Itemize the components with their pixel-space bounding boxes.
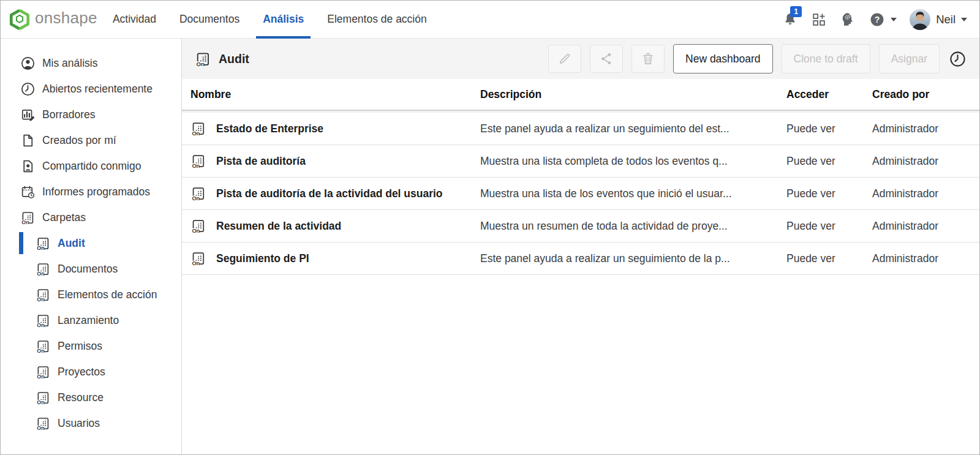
sidebar-folder-usuarios[interactable]: Usuarios [1,410,181,436]
dashboard-icon [190,121,216,137]
main-tabs: Actividad Documentos Análisis Elementos … [101,1,439,39]
dashboard-icon [36,313,51,328]
dashboard-name: Estado de Enterprise [216,122,480,135]
share-button[interactable] [590,45,623,73]
dashboard-icon [190,186,216,201]
tab-elementos-de-accion[interactable]: Elementos de acción [320,1,433,39]
notifications-button[interactable]: 1 [782,12,798,28]
delete-button[interactable] [631,45,665,73]
dashboard-icon [36,390,51,405]
dashboard-created-by: Administrador [872,187,979,200]
sidebar-folder-label: Elementos de acción [58,288,157,301]
dashboard-access: Puede ver [786,220,872,233]
sidebar-folder-label: Usuarios [58,417,100,430]
dashboard-name: Pista de auditoría de la actividad del u… [216,187,480,200]
notification-badge: 1 [790,6,802,18]
sidebar-folder-label: Proyectos [58,366,105,378]
clock-icon [20,81,36,97]
apps-add-icon [811,12,827,28]
dashboard-created-by: Administrador [872,220,979,233]
sidebar-folder-resource[interactable]: Resource [1,385,181,410]
dashboard-created-by: Administrador [872,122,979,135]
analytics-sidebar: Mis análisis Abiertos recientemente Borr… [1,39,182,454]
calendar-clock-icon [20,184,36,200]
user-name: Neil [936,13,956,26]
chevron-down-icon [961,18,967,21]
user-circle-icon [20,56,36,71]
sidebar-folder-label: Documentos [58,263,118,276]
sidebar-item-mis-analisis[interactable]: Mis análisis [1,50,181,76]
edit-button[interactable] [548,45,581,73]
user-menu-button[interactable]: Neil [910,9,967,30]
dashboard-description: Este panel ayuda a realizar un seguimien… [480,252,786,265]
dashboard-created-by: Administrador [872,252,979,265]
dashboard-icon [20,210,36,225]
dashboard-icon [36,364,51,380]
onshape-logo[interactable]: onshape [9,9,97,31]
dashboard-access: Puede ver [786,122,872,135]
avatar [910,9,930,30]
sidebar-folder-proyectos[interactable]: Proyectos [1,359,181,385]
sidebar-item-label: Creados por mí [42,134,116,147]
column-header-acceder[interactable]: Acceder [786,88,872,101]
sidebar-item-label: Carpetas [42,211,86,224]
sidebar-item-label: Mis análisis [42,57,97,70]
table-row[interactable]: Pista de auditoría de la actividad del u… [182,178,979,210]
tab-documentos[interactable]: Documentos [173,1,246,39]
dashboard-icon [195,51,211,67]
dashboard-table: Estado de Enterprise Este panel ayuda a … [182,111,979,275]
dashboard-name: Resumen de la actividad [216,220,480,233]
share-icon [599,51,614,66]
sidebar-folder-documentos[interactable]: Documentos [1,256,181,282]
sidebar-item-abiertos-recientemente[interactable]: Abiertos recientemente [1,76,181,102]
learning-center-button[interactable] [840,11,856,28]
clone-to-draft-button[interactable]: Clone to draft [782,44,870,73]
dashboard-description: Muestra una lista completa de todos los … [480,155,786,168]
sidebar-item-creados-por-mi[interactable]: Creados por mí [1,127,181,153]
sidebar-item-label: Informes programados [42,186,150,198]
chart-pencil-icon [20,107,36,122]
column-header-nombre[interactable]: Nombre [190,88,480,101]
column-header-creado-por[interactable]: Creado por [872,88,979,101]
dashboard-icon [190,153,216,169]
sidebar-item-borradores[interactable]: Borradores [1,102,181,127]
dashboard-access: Puede ver [786,187,872,200]
apps-add-button[interactable] [811,12,827,28]
folder-title: Audit [195,51,249,67]
column-header-descripcion[interactable]: Descripción [480,88,786,101]
top-navigation-bar: onshape Actividad Documentos Análisis El… [1,1,979,39]
table-row[interactable]: Seguimiento de PI Este panel ayuda a rea… [182,243,979,275]
sidebar-item-compartido-conmigo[interactable]: Compartido conmigo [1,153,181,179]
sidebar-folder-audit[interactable]: Audit [1,230,181,256]
table-row[interactable]: Estado de Enterprise Este panel ayuda a … [182,113,979,145]
table-row[interactable]: Resumen de la actividad Muestra un resum… [182,210,979,243]
tab-actividad[interactable]: Actividad [106,1,163,39]
history-button[interactable] [949,50,967,68]
learning-center-icon [840,11,856,28]
dashboard-access: Puede ver [786,155,872,168]
sidebar-item-label: Borradores [42,108,96,121]
dashboard-created-by: Administrador [872,155,979,168]
dashboard-name: Pista de auditoría [216,155,480,168]
help-menu-button[interactable] [869,12,897,28]
sidebar-item-informes-programados[interactable]: Informes programados [1,179,181,205]
sidebar-item-carpetas[interactable]: Carpetas [1,205,181,230]
folder-toolbar: Audit New dashboard Clone to draft Asign… [182,39,979,79]
dashboard-icon [36,416,51,431]
dashboard-icon [36,339,51,354]
tab-analisis[interactable]: Análisis [256,1,311,39]
new-dashboard-button[interactable]: New dashboard [673,44,773,73]
assign-button[interactable]: Asignar [879,44,940,73]
dashboard-description: Muestra un resumen de toda la actividad … [480,220,786,233]
sidebar-folder-label: Lanzamiento [58,314,119,327]
sidebar-folder-lanzamiento[interactable]: Lanzamiento [1,307,181,333]
dashboard-description: Muestra una lista de los eventos que ini… [480,187,786,200]
table-row[interactable]: Pista de auditoría Muestra una lista com… [182,145,979,178]
page-title: Audit [219,52,249,66]
sidebar-folder-elementos-de-accion[interactable]: Elementos de acción [1,282,181,307]
dashboard-access: Puede ver [786,252,872,265]
toolbar-buttons: New dashboard Clone to draft Asignar [548,44,967,73]
sidebar-folder-permisos[interactable]: Permisos [1,333,181,359]
onshape-logo-icon [9,9,30,31]
main-content: Audit New dashboard Clone to draft Asign… [182,39,979,454]
